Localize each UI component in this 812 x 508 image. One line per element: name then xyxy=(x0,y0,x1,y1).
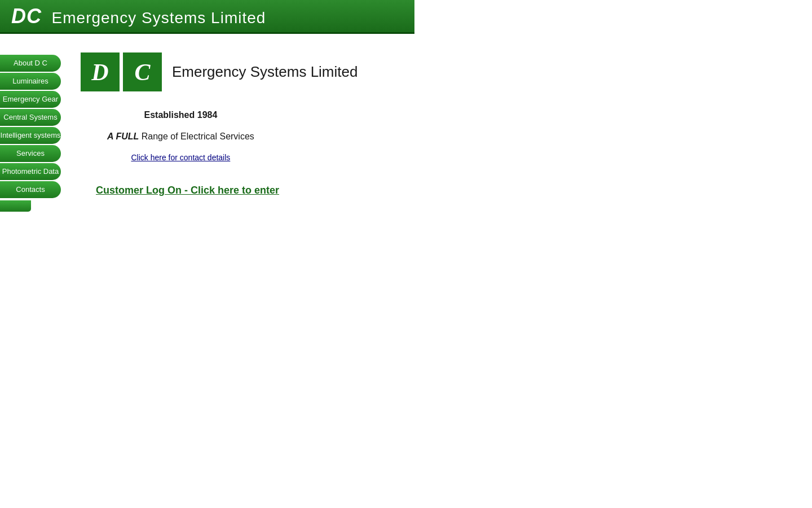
site-title-dc: DC xyxy=(11,5,42,28)
established-text: Established 1984 xyxy=(107,110,254,120)
content-block: Established 1984 A FULL Range of Electri… xyxy=(107,110,254,185)
site-title-text: Emergency Systems Limited xyxy=(52,9,266,27)
tagline-rest: Range of Electrical Services xyxy=(139,132,254,141)
logo-area: D C Emergency Systems Limited xyxy=(79,51,358,93)
tagline-text: A FULL Range of Electrical Services xyxy=(107,132,254,142)
nav-intelligent-systems[interactable]: Intelligent systems xyxy=(0,127,61,144)
company-name: Emergency Systems Limited xyxy=(172,63,358,81)
nav-contacts[interactable]: Contacts xyxy=(0,181,61,198)
main-layout: About D C Luminaires Emergency Gear Cent… xyxy=(0,34,414,260)
logo-c-letter: C xyxy=(134,59,150,86)
nav-photometric-data[interactable]: Photometric Data xyxy=(0,163,61,180)
sidebar-bottom-bar xyxy=(0,200,31,212)
site-header: DC Emergency Systems Limited xyxy=(0,0,414,34)
nav-central-systems[interactable]: Central Systems xyxy=(0,109,61,126)
sidebar: About D C Luminaires Emergency Gear Cent… xyxy=(0,34,62,260)
sidebar-spacer xyxy=(0,37,62,54)
logo-d-letter: D xyxy=(91,59,108,86)
dc-box-d: D xyxy=(79,51,121,93)
main-content: D C Emergency Systems Limited Establishe… xyxy=(62,34,414,260)
nav-about-dc[interactable]: About D C xyxy=(0,55,61,72)
contact-details-link[interactable]: Click here for contact details xyxy=(107,153,254,162)
customer-login-link[interactable]: Customer Log On - Click here to enter xyxy=(96,185,279,196)
dc-logo: D C xyxy=(79,51,164,93)
site-title: DC Emergency Systems Limited xyxy=(11,5,266,28)
nav-services[interactable]: Services xyxy=(0,145,61,162)
nav-luminaires[interactable]: Luminaires xyxy=(0,73,61,90)
tagline-italic: A FULL xyxy=(107,132,139,141)
nav-emergency-gear[interactable]: Emergency Gear xyxy=(0,91,61,108)
dc-box-c: C xyxy=(121,51,164,93)
